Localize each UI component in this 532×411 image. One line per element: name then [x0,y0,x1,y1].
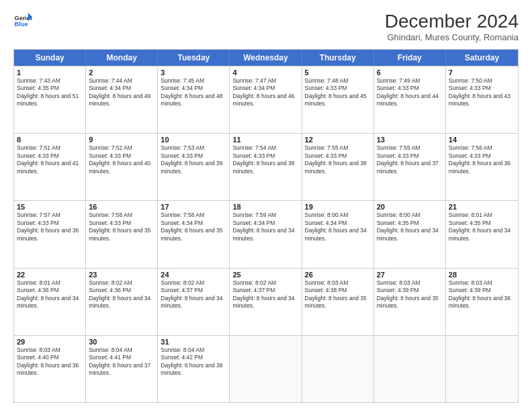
header-cell-saturday: Saturday [446,50,518,66]
calendar-cell: 13Sunrise: 7:55 AM Sunset: 4:33 PM Dayli… [374,134,446,200]
svg-text:Blue: Blue [15,21,28,28]
day-number: 3 [161,68,226,77]
day-info: Sunrise: 7:47 AM Sunset: 4:34 PM Dayligh… [232,77,298,108]
day-info: Sunrise: 8:04 AM Sunset: 4:41 PM Dayligh… [89,347,154,377]
day-number: 18 [232,203,298,211]
calendar-cell: 16Sunrise: 7:58 AM Sunset: 4:33 PM Dayli… [86,201,158,267]
calendar-cell: 18Sunrise: 7:59 AM Sunset: 4:34 PM Dayli… [230,201,302,267]
day-number: 9 [89,136,154,144]
day-info: Sunrise: 7:58 AM Sunset: 4:33 PM Dayligh… [89,212,154,242]
calendar-row-0: 1Sunrise: 7:43 AM Sunset: 4:35 PM Daylig… [14,66,518,133]
day-info: Sunrise: 7:48 AM Sunset: 4:33 PM Dayligh… [305,77,371,108]
calendar-row-1: 8Sunrise: 7:51 AM Sunset: 4:33 PM Daylig… [14,133,518,200]
day-number: 15 [17,203,83,211]
calendar-cell: 27Sunrise: 8:03 AM Sunset: 4:39 PM Dayli… [374,269,446,335]
day-info: Sunrise: 7:50 AM Sunset: 4:33 PM Dayligh… [449,77,515,108]
day-info: Sunrise: 8:02 AM Sunset: 4:37 PM Dayligh… [161,279,226,310]
day-info: Sunrise: 8:01 AM Sunset: 4:36 PM Dayligh… [17,279,83,310]
day-info: Sunrise: 7:55 AM Sunset: 4:33 PM Dayligh… [377,144,443,175]
day-info: Sunrise: 8:04 AM Sunset: 4:42 PM Dayligh… [161,347,226,377]
calendar-cell [446,336,518,402]
day-number: 10 [161,136,226,144]
day-info: Sunrise: 7:54 AM Sunset: 4:33 PM Dayligh… [232,144,298,175]
calendar-cell: 22Sunrise: 8:01 AM Sunset: 4:36 PM Dayli… [14,269,86,335]
calendar-cell: 7Sunrise: 7:50 AM Sunset: 4:33 PM Daylig… [446,66,518,133]
day-info: Sunrise: 7:59 AM Sunset: 4:34 PM Dayligh… [232,212,298,242]
calendar-cell: 5Sunrise: 7:48 AM Sunset: 4:33 PM Daylig… [302,66,374,133]
day-number: 24 [161,271,226,279]
day-info: Sunrise: 7:51 AM Sunset: 4:33 PM Dayligh… [17,144,83,175]
day-info: Sunrise: 8:00 AM Sunset: 4:35 PM Dayligh… [377,212,443,242]
day-number: 5 [305,68,371,77]
calendar-row-3: 22Sunrise: 8:01 AM Sunset: 4:36 PM Dayli… [14,268,518,335]
day-info: Sunrise: 7:56 AM Sunset: 4:33 PM Dayligh… [449,144,515,175]
day-info: Sunrise: 7:49 AM Sunset: 4:33 PM Dayligh… [377,77,443,108]
calendar-cell [302,336,374,402]
day-number: 7 [449,68,515,77]
day-info: Sunrise: 8:02 AM Sunset: 4:36 PM Dayligh… [89,279,154,310]
day-number: 12 [305,136,371,144]
calendar-cell: 31Sunrise: 8:04 AM Sunset: 4:42 PM Dayli… [158,336,230,402]
header-cell-monday: Monday [86,50,158,66]
day-info: Sunrise: 8:03 AM Sunset: 4:40 PM Dayligh… [17,347,83,377]
day-number: 14 [449,136,515,144]
header-cell-thursday: Thursday [302,50,374,66]
calendar-body: 1Sunrise: 7:43 AM Sunset: 4:35 PM Daylig… [14,66,518,402]
day-info: Sunrise: 7:45 AM Sunset: 4:34 PM Dayligh… [161,77,226,108]
calendar-cell: 6Sunrise: 7:49 AM Sunset: 4:33 PM Daylig… [374,66,446,133]
calendar-cell: 26Sunrise: 8:03 AM Sunset: 4:38 PM Dayli… [302,269,374,335]
day-info: Sunrise: 8:03 AM Sunset: 4:39 PM Dayligh… [449,279,515,310]
header-cell-wednesday: Wednesday [230,50,302,66]
day-number: 30 [89,338,154,346]
calendar-cell: 15Sunrise: 7:57 AM Sunset: 4:33 PM Dayli… [14,201,86,267]
day-number: 4 [232,68,298,77]
day-number: 21 [449,203,515,211]
calendar-cell: 24Sunrise: 8:02 AM Sunset: 4:37 PM Dayli… [158,269,230,335]
page-title: December 2024 [385,11,519,32]
day-number: 31 [161,338,226,346]
calendar-header: SundayMondayTuesdayWednesdayThursdayFrid… [14,50,518,66]
day-number: 26 [305,271,371,279]
calendar-cell: 28Sunrise: 8:03 AM Sunset: 4:39 PM Dayli… [446,269,518,335]
page-subtitle: Ghindari, Mures County, Romania [385,32,519,42]
day-number: 28 [449,271,515,279]
day-info: Sunrise: 8:03 AM Sunset: 4:38 PM Dayligh… [305,279,371,310]
calendar-cell [374,336,446,402]
logo: General Blue [13,11,32,30]
calendar-cell: 30Sunrise: 8:04 AM Sunset: 4:41 PM Dayli… [86,336,158,402]
page-header: General Blue December 2024 Ghindari, Mur… [13,11,519,42]
day-number: 6 [377,68,443,77]
day-number: 16 [89,203,154,211]
calendar-page: General Blue December 2024 Ghindari, Mur… [0,0,532,411]
logo-icon: General Blue [13,11,32,30]
calendar: SundayMondayTuesdayWednesdayThursdayFrid… [13,49,519,403]
calendar-cell: 19Sunrise: 8:00 AM Sunset: 4:34 PM Dayli… [302,201,374,267]
header-cell-friday: Friday [374,50,446,66]
calendar-cell: 1Sunrise: 7:43 AM Sunset: 4:35 PM Daylig… [14,66,86,133]
day-info: Sunrise: 7:57 AM Sunset: 4:33 PM Dayligh… [17,212,83,242]
calendar-cell: 29Sunrise: 8:03 AM Sunset: 4:40 PM Dayli… [14,336,86,402]
day-number: 22 [17,271,83,279]
day-number: 25 [232,271,298,279]
title-block: December 2024 Ghindari, Mures County, Ro… [385,11,519,42]
day-number: 8 [17,136,83,144]
day-info: Sunrise: 8:02 AM Sunset: 4:37 PM Dayligh… [232,279,298,310]
calendar-row-4: 29Sunrise: 8:03 AM Sunset: 4:40 PM Dayli… [14,335,518,402]
day-number: 17 [161,203,226,211]
calendar-cell: 9Sunrise: 7:52 AM Sunset: 4:33 PM Daylig… [86,134,158,200]
calendar-cell [230,336,302,402]
calendar-cell: 8Sunrise: 7:51 AM Sunset: 4:33 PM Daylig… [14,134,86,200]
day-number: 11 [232,136,298,144]
day-number: 29 [17,338,83,346]
day-info: Sunrise: 7:55 AM Sunset: 4:33 PM Dayligh… [305,144,371,175]
calendar-cell: 25Sunrise: 8:02 AM Sunset: 4:37 PM Dayli… [230,269,302,335]
calendar-cell: 11Sunrise: 7:54 AM Sunset: 4:33 PM Dayli… [230,134,302,200]
calendar-cell: 2Sunrise: 7:44 AM Sunset: 4:34 PM Daylig… [86,66,158,133]
day-number: 19 [305,203,371,211]
calendar-cell: 10Sunrise: 7:53 AM Sunset: 4:33 PM Dayli… [158,134,230,200]
calendar-cell: 4Sunrise: 7:47 AM Sunset: 4:34 PM Daylig… [230,66,302,133]
calendar-cell: 12Sunrise: 7:55 AM Sunset: 4:33 PM Dayli… [302,134,374,200]
day-info: Sunrise: 8:01 AM Sunset: 4:35 PM Dayligh… [449,212,515,242]
day-info: Sunrise: 8:00 AM Sunset: 4:34 PM Dayligh… [305,212,371,242]
day-number: 13 [377,136,443,144]
